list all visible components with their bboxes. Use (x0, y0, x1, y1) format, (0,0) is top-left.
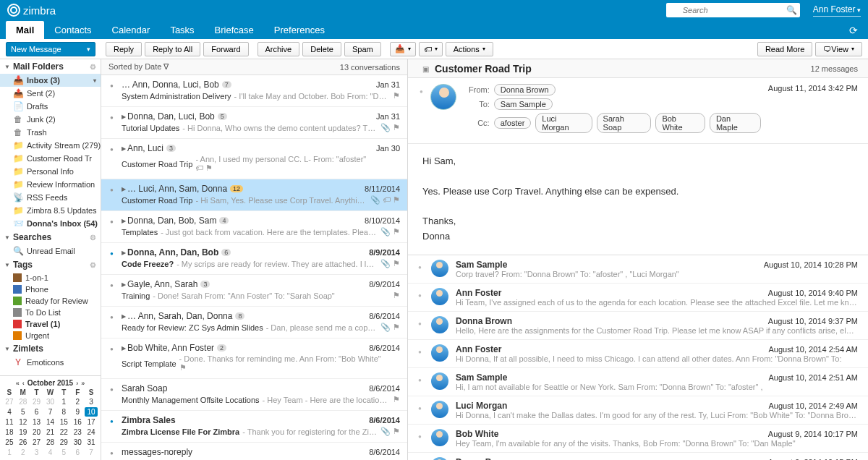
cc-bubble[interactable]: afoster (494, 117, 532, 129)
cal-day[interactable]: 3 (30, 448, 43, 457)
cal-prev-month[interactable]: ‹ (22, 380, 25, 387)
expand-icon[interactable]: ▣ (422, 65, 429, 73)
zimlets-header[interactable]: ▼Zimlets (0, 341, 101, 356)
folder-item[interactable]: 📡RSS Feeds (0, 191, 101, 204)
cal-day[interactable]: 8 (57, 407, 70, 417)
cal-day[interactable]: 18 (3, 427, 16, 437)
flag-icon[interactable]: ⚑ (393, 227, 400, 237)
gear-icon[interactable]: ⚙ (90, 261, 96, 269)
expand-triangle-icon[interactable]: ▶ (122, 281, 126, 288)
reply-button[interactable]: Reply (106, 42, 142, 56)
folders-header[interactable]: ▼Mail Folders⚙ (0, 59, 101, 74)
sort-label[interactable]: Sorted by Date ∇ (109, 62, 169, 72)
cal-day[interactable]: 28 (44, 438, 57, 447)
cal-day[interactable]: 21 (44, 427, 57, 437)
expand-triangle-icon[interactable]: ▶ (122, 145, 126, 152)
flag-icon[interactable]: ⚑ (179, 363, 187, 372)
conversation-item[interactable]: ● ▶ Ann, Luci 3 Jan 30 Customer Road Tri… (101, 139, 407, 179)
cc-bubble[interactable]: Bob White (655, 113, 705, 133)
conversation-item[interactable]: ● ▶ … Luci, Ann, Sam, Donna 12 8/11/2014… (101, 179, 407, 211)
tab-tasks[interactable]: Tasks (160, 21, 204, 39)
user-menu[interactable]: Ann Foster (813, 4, 861, 17)
cal-day[interactable]: 29 (30, 397, 43, 406)
thread-message[interactable]: ● Bob White August 9, 2014 10:17 PM Hey … (408, 425, 868, 453)
folder-item[interactable]: 🗑Trash (0, 126, 101, 139)
cal-day[interactable]: 19 (17, 427, 30, 437)
search-scope-icon[interactable]: ✉ ▾ (669, 1, 680, 20)
cal-day[interactable]: 17 (85, 417, 98, 427)
cal-day[interactable]: 13 (30, 417, 43, 427)
cal-day[interactable]: 3 (85, 397, 98, 406)
cal-day[interactable]: 1 (3, 448, 16, 457)
search-icon[interactable]: 🔍 (786, 5, 797, 15)
flag-icon[interactable]: ⚑ (393, 427, 400, 436)
cal-day[interactable]: 10 (85, 407, 98, 417)
cal-day[interactable]: 5 (17, 407, 30, 417)
cal-prev-year[interactable]: « (16, 380, 20, 387)
flag-icon[interactable]: ⚑ (393, 323, 400, 332)
thread-message[interactable]: ● Donna Brown August 10, 2014 9:37 PM He… (408, 312, 868, 340)
conversation-item[interactable]: ● ▶ … Ann, Sarah, Dan, Donna 8 8/6/2014 … (101, 307, 407, 338)
cal-day[interactable]: 2 (71, 397, 84, 406)
folder-item[interactable]: 📥Inbox (3)▾ (0, 74, 101, 87)
flag-icon[interactable]: ⚑ (393, 291, 400, 300)
conversation-item[interactable]: ● Zimbra Sales 8/6/2014 Zimbra License F… (101, 411, 407, 443)
cal-day[interactable]: 2 (17, 448, 30, 457)
cal-day[interactable]: 7 (44, 407, 57, 417)
thread-message[interactable]: ● Sam Sample August 10, 2014 10:28 PM Co… (408, 255, 868, 284)
cal-day[interactable]: 11 (3, 417, 16, 427)
folder-item[interactable]: 📨Donna's Inbox (54) (0, 217, 101, 230)
cal-day[interactable]: 28 (17, 397, 30, 406)
tab-contacts[interactable]: Contacts (44, 21, 101, 39)
folder-item[interactable]: 📁Activity Stream (279) (0, 139, 101, 152)
cc-bubble[interactable]: Sarah Soap (597, 113, 652, 133)
from-bubble[interactable]: Donna Brown (494, 84, 556, 95)
tab-calendar[interactable]: Calendar (102, 21, 161, 39)
cal-day[interactable]: 25 (3, 438, 16, 447)
folder-item[interactable]: 🗑Junk (2) (0, 113, 101, 126)
cal-day[interactable]: 4 (44, 448, 57, 457)
flag-icon[interactable]: ⚑ (393, 91, 400, 101)
cal-next-year[interactable]: » (81, 380, 85, 387)
flag-icon[interactable]: ⚑ (393, 195, 400, 205)
conversation-item[interactable]: ● messages-noreply 8/6/2014 Ann, welcome… (101, 443, 407, 460)
flag-icon[interactable]: ⚑ (393, 259, 400, 268)
tab-briefcase[interactable]: Briefcase (205, 21, 264, 39)
delete-button[interactable]: Delete (302, 42, 341, 56)
cal-day[interactable]: 27 (3, 397, 16, 406)
conversation-item[interactable]: ● ▶ Donna, Ann, Dan, Bob 6 8/9/2014 Code… (101, 243, 407, 275)
spam-button[interactable]: Spam (344, 42, 381, 56)
search-input[interactable] (680, 6, 786, 14)
reply-all-button[interactable]: Reply to All (145, 42, 200, 56)
expand-triangle-icon[interactable]: ▶ (122, 250, 126, 256)
tag-item[interactable]: Phone (0, 284, 101, 295)
thread-message[interactable]: ● Luci Morgan August 10, 2014 2:49 AM Hi… (408, 396, 868, 425)
cal-day[interactable]: 6 (30, 407, 43, 417)
expand-triangle-icon[interactable]: ▶ (122, 218, 126, 224)
conversation-item[interactable]: ● … Ann, Donna, Luci, Bob 7 Jan 31 Syste… (101, 75, 407, 107)
cal-day[interactable]: 31 (85, 438, 98, 447)
zimlet-item[interactable]: YEmoticons (0, 356, 101, 369)
gear-icon[interactable]: ⚙ (90, 63, 96, 71)
expand-triangle-icon[interactable]: ▶ (122, 114, 126, 120)
cal-day[interactable]: 23 (71, 427, 84, 437)
cal-day[interactable]: 29 (57, 438, 70, 447)
searches-header[interactable]: ▼Searches⚙ (0, 230, 101, 244)
thread-message[interactable]: ● Ann Foster August 10, 2014 2:54 AM Hi … (408, 340, 868, 368)
cal-day[interactable]: 9 (71, 407, 84, 417)
new-message-button[interactable]: New Message (6, 42, 95, 56)
gear-icon[interactable]: ⚙ (90, 234, 96, 242)
search-box[interactable]: ✉ ▾ 🔍 (666, 3, 800, 17)
expand-triangle-icon[interactable]: ▶ (122, 313, 126, 320)
tag-item[interactable]: To Do List (0, 307, 101, 318)
cal-day[interactable]: 6 (71, 448, 84, 457)
read-more-button[interactable]: Read More (757, 42, 812, 56)
cal-day[interactable]: 16 (71, 417, 84, 427)
search-item[interactable]: 🔍Unread Email (0, 244, 101, 257)
cal-day[interactable]: 12 (17, 417, 30, 427)
cal-day[interactable]: 4 (3, 407, 16, 417)
actions-button[interactable]: Actions▾ (446, 42, 493, 56)
cal-day[interactable]: 7 (85, 448, 98, 457)
folder-item[interactable]: 📁Zimbra 8.5 Updates (0, 204, 101, 217)
cal-day[interactable]: 30 (44, 397, 57, 406)
